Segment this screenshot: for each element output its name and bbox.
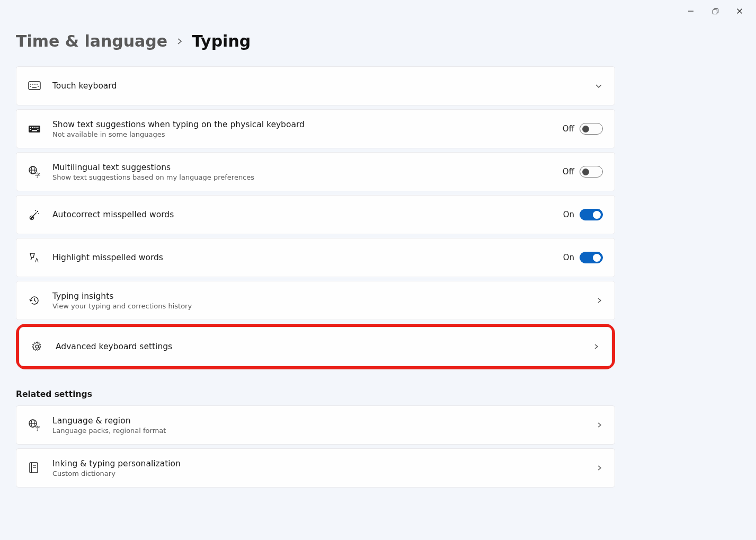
advanced-keyboard-link[interactable]: Advanced keyboard settings — [19, 327, 612, 366]
svg-point-33 — [35, 345, 39, 348]
autocorrect-label: Autocorrect misspelled words — [52, 210, 563, 219]
svg-text:字: 字 — [35, 172, 40, 178]
multilingual-state: Off — [563, 167, 574, 176]
touch-keyboard-label: Touch keyboard — [52, 81, 594, 91]
physical-suggestions-toggle[interactable] — [580, 123, 603, 135]
svg-point-28 — [38, 213, 39, 214]
gear-icon — [31, 341, 56, 352]
svg-text:字: 字 — [35, 426, 40, 431]
svg-point-27 — [37, 211, 38, 212]
globe-character-icon: 字 — [28, 419, 52, 431]
language-region-label: Language & region — [52, 416, 595, 426]
touch-keyboard-expander[interactable]: Touch keyboard — [16, 66, 615, 105]
inking-personalization-link[interactable]: Inking & typing personalization Custom d… — [16, 448, 615, 488]
svg-rect-20 — [38, 129, 39, 130]
language-region-link[interactable]: 字 Language & region Language packs, regi… — [16, 405, 615, 445]
autocorrect-wand-icon — [28, 208, 52, 221]
autocorrect-row: Autocorrect misspelled words On — [16, 195, 615, 234]
svg-point-29 — [35, 210, 36, 211]
svg-rect-19 — [30, 129, 31, 130]
dictionary-book-icon — [28, 462, 52, 474]
settings-list: Touch keyboard Show text suggestions whe… — [16, 66, 615, 491]
svg-point-11 — [38, 86, 39, 87]
physical-suggestions-subtitle: Not available in some languages — [52, 130, 563, 138]
breadcrumb-parent[interactable]: Time & language — [16, 32, 167, 50]
window-controls — [679, 0, 756, 19]
highlight-misspelled-label: Highlight misspelled words — [52, 253, 563, 262]
svg-rect-17 — [35, 127, 37, 128]
typing-insights-link[interactable]: Typing insights View your typing and cor… — [16, 281, 615, 320]
multilingual-subtitle: Show text suggestions based on my langua… — [52, 173, 563, 181]
multilingual-row: 字 Multilingual text suggestions Show tex… — [16, 152, 615, 191]
svg-point-9 — [37, 84, 38, 85]
close-icon — [736, 8, 743, 14]
keyboard-solid-icon — [28, 124, 52, 134]
chevron-right-icon — [176, 38, 183, 45]
svg-point-8 — [34, 84, 35, 85]
physical-suggestions-state: Off — [563, 124, 574, 134]
highlight-annotation: Advanced keyboard settings — [16, 324, 615, 369]
page-title: Typing — [192, 32, 251, 50]
svg-point-10 — [30, 86, 31, 87]
minimize-icon — [688, 8, 694, 14]
svg-rect-5 — [29, 82, 40, 90]
chevron-right-icon — [595, 421, 603, 429]
multilingual-toggle[interactable] — [580, 166, 603, 178]
physical-suggestions-label: Show text suggestions when typing on the… — [52, 120, 563, 129]
highlight-misspelled-toggle[interactable] — [580, 252, 603, 263]
svg-point-6 — [30, 84, 31, 85]
maximize-button[interactable] — [703, 3, 727, 19]
highlight-misspelled-state: On — [563, 253, 574, 262]
breadcrumb: Time & language Typing — [16, 32, 251, 50]
multilingual-label: Multilingual text suggestions — [52, 163, 563, 172]
chevron-right-icon — [592, 343, 600, 350]
inking-label: Inking & typing personalization — [52, 459, 595, 468]
inking-subtitle: Custom dictionary — [52, 470, 595, 477]
related-settings-heading: Related settings — [16, 389, 615, 399]
svg-rect-14 — [30, 127, 31, 128]
keyboard-outline-icon — [28, 81, 52, 91]
advanced-keyboard-label: Advanced keyboard settings — [56, 342, 592, 351]
minimize-button[interactable] — [679, 3, 703, 19]
autocorrect-state: On — [563, 210, 574, 219]
svg-rect-21 — [32, 130, 37, 131]
svg-line-31 — [31, 258, 32, 260]
language-region-subtitle: Language packs, regional format — [52, 427, 595, 435]
highlight-misspelled-row: A Highlight misspelled words On — [16, 238, 615, 277]
svg-text:A: A — [35, 258, 39, 263]
globe-character-icon: 字 — [28, 165, 52, 178]
svg-rect-18 — [38, 127, 39, 128]
svg-point-7 — [32, 84, 33, 85]
typing-insights-label: Typing insights — [52, 291, 595, 301]
history-clock-icon — [28, 294, 52, 307]
svg-rect-2 — [713, 10, 717, 14]
svg-rect-15 — [32, 127, 33, 128]
close-button[interactable] — [727, 3, 752, 19]
chevron-down-icon — [594, 82, 603, 90]
typing-insights-subtitle: View your typing and corrections history — [52, 302, 595, 310]
chevron-right-icon — [595, 464, 603, 472]
autocorrect-toggle[interactable] — [580, 209, 603, 220]
svg-rect-16 — [34, 127, 35, 128]
highlight-text-icon: A — [28, 251, 52, 264]
physical-suggestions-row: Show text suggestions when typing on the… — [16, 109, 615, 148]
chevron-right-icon — [595, 297, 603, 304]
maximize-icon — [712, 8, 719, 15]
